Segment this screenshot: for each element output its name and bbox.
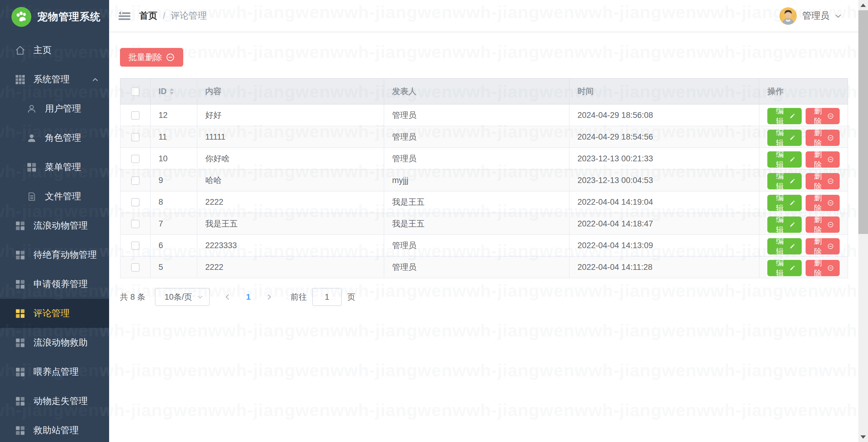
edit-button[interactable]: 编辑 bbox=[767, 130, 802, 146]
row-checkbox[interactable] bbox=[131, 133, 140, 141]
page-size-select[interactable]: 10条/页 bbox=[155, 288, 210, 306]
edit-pencil-icon bbox=[789, 221, 796, 229]
delete-button[interactable]: 删除 bbox=[806, 130, 840, 146]
edit-button[interactable]: 编辑 bbox=[767, 151, 802, 168]
sidebar-item-stray-animals[interactable]: 流浪动物管理 bbox=[0, 211, 109, 240]
minus-circle-icon bbox=[827, 264, 834, 272]
edit-pencil-icon bbox=[789, 155, 796, 164]
cell-author: 我是王五 bbox=[384, 213, 569, 235]
row-checkbox[interactable] bbox=[131, 241, 140, 250]
pagination: 共 8 条 10条/页 1 前往 页 bbox=[120, 288, 847, 306]
sidebar-item-adoption[interactable]: 申请领养管理 bbox=[0, 269, 109, 299]
home-icon bbox=[14, 45, 26, 56]
minus-circle-icon bbox=[827, 112, 834, 120]
cell-id: 9 bbox=[150, 170, 197, 191]
sidebar-item-label: 文件管理 bbox=[45, 190, 81, 203]
table-row: 8 2222 我是王五 2022-04-04 14:19:04 编辑 删除 bbox=[120, 191, 848, 213]
breadcrumb-separator: / bbox=[163, 11, 165, 21]
scrollbar-up-arrow[interactable] bbox=[858, 0, 868, 10]
sidebar-fold-icon[interactable] bbox=[118, 10, 131, 22]
sidebar-item-neuter[interactable]: 待绝育动物管理 bbox=[0, 240, 109, 269]
cell-author: 管理员 bbox=[384, 126, 569, 148]
delete-button[interactable]: 删除 bbox=[806, 216, 840, 233]
table-row: 12 好好 管理员 2024-04-29 18:56:08 编辑 删除 bbox=[120, 104, 848, 126]
cell-content: 我是王五 bbox=[197, 213, 384, 235]
page-number[interactable]: 1 bbox=[242, 292, 255, 302]
cell-time: 2022-04-04 14:11:28 bbox=[569, 256, 759, 278]
sidebar-item-comments[interactable]: 评论管理 bbox=[0, 299, 109, 328]
cell-time: 2024-04-29 18:56:08 bbox=[569, 104, 759, 126]
sidebar-item-label: 喂养点管理 bbox=[33, 366, 79, 378]
page-size-value: 10条/页 bbox=[164, 292, 192, 302]
sidebar-item-files[interactable]: 文件管理 bbox=[0, 182, 109, 211]
user-filled-icon bbox=[26, 132, 37, 144]
app-logo-row: 宠物管理系统 bbox=[0, 0, 109, 34]
cell-id: 12 bbox=[150, 104, 197, 126]
cell-author: 管理员 bbox=[384, 148, 569, 170]
delete-button[interactable]: 删除 bbox=[806, 108, 840, 124]
cell-content: 2223333 bbox=[197, 235, 384, 256]
cell-id: 8 bbox=[150, 191, 197, 213]
sidebar-item-label: 主页 bbox=[33, 44, 52, 56]
delete-button[interactable]: 删除 bbox=[806, 151, 840, 168]
delete-button[interactable]: 删除 bbox=[806, 260, 840, 276]
user-menu[interactable]: 管理员 bbox=[779, 7, 843, 25]
batch-delete-label: 批量删除 bbox=[128, 52, 162, 63]
column-header-content: 内容 bbox=[197, 79, 384, 104]
cell-id: 11 bbox=[150, 126, 197, 148]
sidebar-item-label: 用户管理 bbox=[45, 102, 81, 115]
sidebar-item-rescue[interactable]: 流浪动物救助 bbox=[0, 328, 109, 357]
edit-button[interactable]: 编辑 bbox=[767, 216, 802, 233]
sidebar-item-shelters[interactable]: 救助站管理 bbox=[0, 416, 109, 442]
batch-delete-button[interactable]: 批量删除 bbox=[120, 48, 183, 67]
table-row: 10 你好啥 管理员 2023-12-13 00:21:33 编辑 删除 bbox=[120, 148, 848, 170]
edit-pencil-icon bbox=[789, 134, 796, 142]
table-row: 7 我是王五 我是王五 2022-04-04 14:18:47 编辑 删除 bbox=[120, 213, 848, 235]
sidebar-item-users[interactable]: 用户管理 bbox=[0, 94, 109, 123]
scrollbar[interactable] bbox=[858, 0, 868, 442]
cell-author: 管理员 bbox=[384, 256, 569, 278]
edit-button[interactable]: 编辑 bbox=[767, 108, 802, 124]
edit-button[interactable]: 编辑 bbox=[767, 195, 802, 211]
edit-button[interactable]: 编辑 bbox=[767, 238, 802, 255]
table-row: 11 11111 管理员 2024-04-29 18:54:56 编辑 删除 bbox=[120, 126, 848, 148]
sidebar-item-home[interactable]: 主页 bbox=[0, 36, 109, 65]
column-header-id-sort[interactable]: ID bbox=[158, 87, 174, 96]
topbar: 首页 / 评论管理 管理员 bbox=[109, 0, 868, 32]
next-page-button[interactable] bbox=[265, 293, 273, 301]
delete-button[interactable]: 删除 bbox=[806, 195, 840, 211]
sidebar-item-system[interactable]: 系统管理 bbox=[0, 65, 109, 94]
row-checkbox[interactable] bbox=[131, 176, 140, 185]
sidebar: 宠物管理系统 主页 系统管理 bbox=[0, 0, 109, 442]
grid-4-icon bbox=[26, 161, 37, 173]
cell-author: myjjj bbox=[384, 170, 569, 191]
scrollbar-down-arrow[interactable] bbox=[858, 432, 868, 442]
cell-content: 好好 bbox=[197, 104, 384, 126]
sidebar-item-feeding-points[interactable]: 喂养点管理 bbox=[0, 357, 109, 386]
row-checkbox[interactable] bbox=[131, 220, 140, 228]
edit-pencil-icon bbox=[789, 112, 796, 120]
chevron-down-icon bbox=[196, 293, 204, 301]
table-row: 9 哈哈 myjjj 2023-12-13 00:04:53 编辑 删除 bbox=[120, 170, 848, 191]
delete-button[interactable]: 删除 bbox=[806, 173, 840, 189]
row-checkbox[interactable] bbox=[131, 111, 140, 120]
breadcrumb-home[interactable]: 首页 bbox=[139, 10, 157, 22]
row-checkbox[interactable] bbox=[131, 155, 140, 163]
user-outline-icon bbox=[26, 103, 37, 115]
delete-button[interactable]: 删除 bbox=[806, 238, 840, 255]
edit-button[interactable]: 编辑 bbox=[767, 173, 802, 189]
minus-circle-icon bbox=[827, 155, 834, 164]
edit-button[interactable]: 编辑 bbox=[767, 260, 802, 276]
grid-4-icon bbox=[14, 220, 26, 232]
grid-4-icon bbox=[14, 395, 26, 407]
prev-page-button[interactable] bbox=[224, 293, 231, 301]
row-checkbox[interactable] bbox=[131, 263, 140, 272]
row-checkbox[interactable] bbox=[131, 198, 140, 207]
select-all-checkbox[interactable] bbox=[131, 87, 140, 96]
cell-author: 我是王五 bbox=[384, 191, 569, 213]
sidebar-item-lost-animals[interactable]: 动物走失管理 bbox=[0, 386, 109, 416]
sidebar-item-menus[interactable]: 菜单管理 bbox=[0, 153, 109, 182]
sidebar-item-roles[interactable]: 角色管理 bbox=[0, 123, 109, 153]
scrollbar-thumb[interactable] bbox=[858, 10, 868, 234]
goto-page-input[interactable] bbox=[312, 288, 342, 306]
